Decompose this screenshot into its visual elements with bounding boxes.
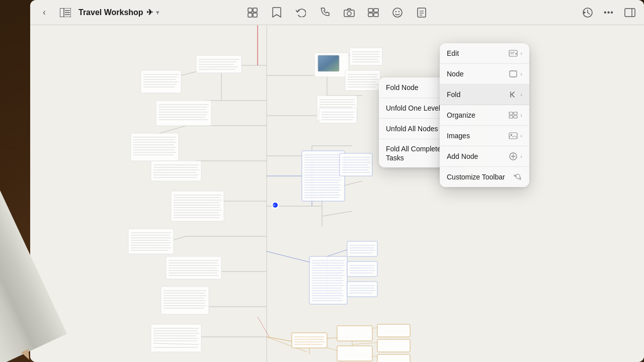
- svg-rect-102: [171, 191, 224, 221]
- undo-button[interactable]: [293, 5, 309, 21]
- title-chevron-icon[interactable]: ▾: [156, 9, 159, 16]
- panel-button[interactable]: [622, 5, 638, 21]
- svg-rect-264: [510, 71, 517, 77]
- organize-menu-item[interactable]: Organize ›: [440, 105, 529, 126]
- svg-rect-256: [377, 354, 410, 362]
- edit-label: Edit: [447, 49, 508, 57]
- add-node-label: Add Node: [447, 152, 508, 160]
- more-icon: •••: [604, 8, 614, 17]
- svg-rect-95: [151, 161, 201, 181]
- grid-button[interactable]: [245, 5, 261, 21]
- layout-icon: [368, 8, 379, 17]
- svg-rect-13: [368, 13, 373, 17]
- more-button[interactable]: •••: [601, 5, 617, 21]
- note-button[interactable]: [414, 5, 430, 21]
- svg-rect-254: [377, 324, 410, 337]
- svg-point-15: [393, 8, 402, 17]
- svg-rect-14: [374, 13, 378, 17]
- svg-rect-267: [514, 112, 517, 115]
- title-icon: ✈: [146, 8, 153, 17]
- svg-rect-268: [509, 116, 513, 118]
- emoji-icon: [392, 8, 403, 18]
- document-title: Travel Workshop: [78, 8, 143, 17]
- phone-icon: [320, 8, 330, 18]
- customize-toolbar-icon: [512, 172, 522, 182]
- svg-rect-255: [377, 339, 410, 352]
- fold-chevron-icon: ›: [520, 92, 522, 98]
- images-label: Images: [447, 132, 508, 140]
- images-chevron-icon: ›: [520, 133, 522, 139]
- images-icon: [508, 131, 518, 141]
- svg-rect-173: [319, 108, 357, 123]
- svg-rect-178: [302, 151, 345, 201]
- add-node-chevron-icon: ›: [520, 153, 522, 159]
- history-icon: [583, 8, 593, 18]
- edit-menu-item[interactable]: Edit ›: [440, 43, 529, 64]
- panel-icon: [624, 8, 635, 17]
- svg-point-17: [398, 11, 399, 12]
- camera-button[interactable]: [341, 5, 357, 21]
- svg-rect-23: [625, 9, 635, 17]
- svg-rect-225: [347, 241, 377, 256]
- svg-rect-8: [253, 13, 257, 17]
- svg-rect-157: [345, 70, 380, 90]
- svg-rect-78: [156, 101, 211, 126]
- node-icon: [508, 69, 518, 79]
- edit-chevron-icon: ›: [520, 50, 522, 56]
- fold-icon: [508, 89, 518, 100]
- grid-icon: [248, 8, 258, 18]
- svg-rect-6: [253, 8, 257, 12]
- back-button[interactable]: ‹: [36, 5, 52, 21]
- fold-menu-item[interactable]: Fold ›: [440, 84, 529, 105]
- add-node-menu-item[interactable]: Add Node ›: [440, 146, 529, 167]
- svg-rect-253: [337, 346, 372, 361]
- svg-line-62: [258, 317, 269, 337]
- images-menu-item[interactable]: Images ›: [440, 126, 529, 146]
- svg-line-53: [322, 211, 352, 216]
- top-toolbar: ‹ Travel Workshop ✈ ▾: [30, 0, 644, 25]
- phone-button[interactable]: [317, 5, 333, 21]
- bookmark-button[interactable]: [269, 5, 285, 21]
- svg-point-10: [347, 12, 351, 16]
- svg-rect-207: [309, 256, 347, 304]
- right-context-menu: Edit › Node: [440, 43, 529, 187]
- node-chevron-icon: ›: [520, 71, 522, 77]
- undo-icon: [296, 8, 306, 17]
- mindmap-canvas[interactable]: Fold Node Unfold One Level: [30, 25, 644, 362]
- svg-rect-65: [196, 55, 242, 73]
- svg-rect-247: [292, 333, 327, 348]
- svg-rect-230: [347, 261, 377, 277]
- sidebar-icon: [60, 8, 71, 17]
- customize-toolbar-menu-item[interactable]: Customize Toolbar: [440, 167, 529, 187]
- node-label: Node: [447, 70, 508, 78]
- organize-chevron-icon: ›: [520, 112, 522, 118]
- organize-icon: [508, 110, 518, 120]
- add-node-icon: [508, 151, 518, 161]
- back-icon: ‹: [43, 7, 46, 18]
- history-button[interactable]: [580, 5, 596, 21]
- svg-rect-263: [515, 53, 517, 54]
- node-menu-item[interactable]: Node ›: [440, 64, 529, 84]
- edit-icon: [508, 48, 518, 58]
- note-icon: [417, 8, 426, 18]
- layout-button[interactable]: [365, 5, 381, 21]
- svg-rect-150: [318, 55, 339, 71]
- svg-rect-71: [141, 70, 181, 93]
- emoji-button[interactable]: [389, 5, 406, 21]
- toolbar-right: •••: [580, 5, 638, 21]
- svg-rect-252: [337, 326, 372, 341]
- toolbar-center: [245, 5, 430, 21]
- customize-toolbar-label: Customize Toolbar: [447, 173, 512, 181]
- document-title-area: Travel Workshop ✈ ▾: [78, 8, 159, 17]
- svg-rect-266: [509, 112, 513, 115]
- sidebar-toggle-button[interactable]: [57, 5, 73, 21]
- svg-point-16: [395, 11, 396, 12]
- mindmap-visualization: [30, 25, 644, 362]
- svg-rect-235: [347, 282, 377, 297]
- svg-rect-269: [514, 116, 517, 118]
- ipad-screen: ‹ Travel Workshop ✈ ▾: [30, 0, 644, 362]
- fold-label: Fold: [447, 90, 508, 99]
- camera-icon: [344, 8, 355, 17]
- svg-rect-12: [374, 9, 378, 12]
- svg-rect-151: [350, 48, 382, 65]
